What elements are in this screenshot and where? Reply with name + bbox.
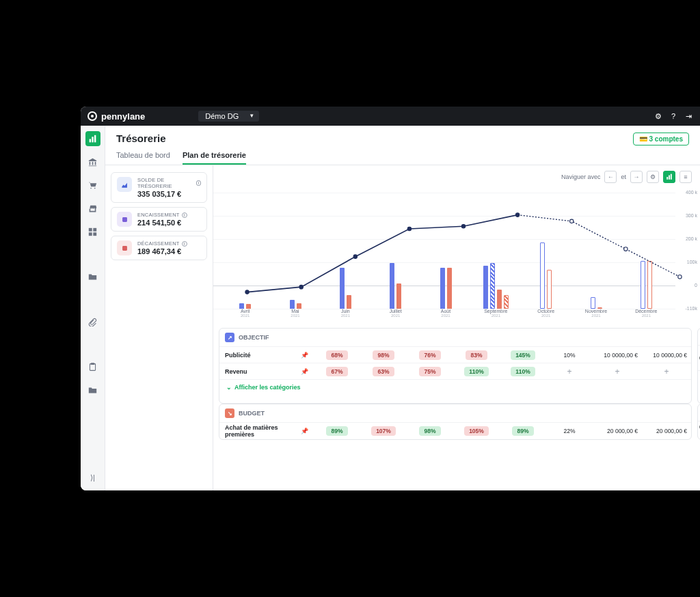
table-row: Publicité📌 68% 98% 76% 83% 145% 10% 10 0… — [219, 346, 691, 363]
x-label: Octobre2021 — [526, 309, 567, 318]
org-selector[interactable]: Démo DG — [198, 111, 259, 122]
pct-pill: 67% — [326, 367, 347, 376]
tabs: Tableau de bord Plan de trésorerie — [105, 145, 700, 165]
amount: 20 000,00 € — [642, 426, 691, 436]
pct-pill: 89% — [512, 426, 533, 436]
svg-rect-0 — [90, 139, 91, 142]
gear-icon[interactable]: ⚙ — [654, 111, 663, 121]
svg-rect-9 — [122, 217, 127, 222]
svg-rect-8 — [91, 363, 94, 364]
pct-pill: 68% — [326, 350, 347, 360]
sidebar-item-folder[interactable] — [85, 269, 100, 284]
sidebar-item-bank[interactable] — [85, 154, 100, 169]
budget-panel: ↘ BUDGET Achat de matières premières📌 89… — [219, 404, 692, 440]
brand: pennylane — [88, 111, 145, 122]
svg-rect-1 — [92, 137, 93, 142]
pin-icon[interactable]: 📌 — [301, 428, 308, 434]
nav-sep: et — [621, 173, 626, 180]
y-tick: 400 k — [686, 190, 697, 195]
sidebar: ⟩| — [81, 126, 105, 490]
pct-pill: 98% — [419, 426, 440, 436]
x-label: Septembre2021 — [475, 309, 516, 318]
brand-name: pennylane — [101, 111, 145, 122]
tab-dashboard[interactable]: Tableau de bord — [116, 151, 170, 165]
logout-icon[interactable]: ⇥ — [684, 111, 693, 121]
budget-future-panel: 0,00 € — [697, 404, 700, 440]
org-name: Démo DG — [205, 112, 239, 120]
chart-icon — [117, 177, 132, 192]
svg-rect-4 — [93, 227, 96, 231]
page-title: Trésorerie — [116, 133, 166, 144]
sidebar-item-folder-2[interactable] — [85, 383, 100, 398]
chart-view-bar-button[interactable] — [663, 171, 675, 183]
pct-pill: 105% — [464, 426, 489, 436]
sidebar-item-tresorerie[interactable] — [85, 131, 100, 146]
kpi-label: DÉCAISSEMENT — [137, 240, 180, 247]
svg-rect-12 — [669, 176, 670, 180]
tab-plan[interactable]: Plan de trésorerie — [183, 151, 246, 165]
pct-pill: 110% — [464, 367, 489, 376]
sidebar-collapse[interactable]: ⟩| — [85, 470, 100, 485]
svg-rect-11 — [667, 177, 668, 180]
chevron-down-icon: ⌄ — [226, 384, 232, 391]
info-icon[interactable]: i — [182, 241, 187, 247]
x-label: Août2021 — [425, 309, 466, 318]
outflow-icon — [117, 240, 132, 255]
x-label: Décembre2021 — [625, 309, 667, 318]
svg-rect-5 — [89, 232, 92, 236]
sidebar-item-grid[interactable] — [85, 224, 100, 239]
pin-icon[interactable]: 📌 — [301, 352, 308, 359]
accounts-label: 3 comptes — [649, 135, 683, 143]
x-label: Mai2021 — [275, 309, 316, 318]
row-label: Revenu — [225, 368, 247, 375]
amount: 10 0000,00 € — [593, 350, 642, 361]
pct-pill: 75% — [419, 367, 440, 376]
pct-pill: 110% — [511, 367, 535, 376]
chart-view-list-button[interactable]: ≡ — [679, 171, 692, 183]
show-categories-button[interactable]: ⌄ Afficher les catégories — [219, 379, 691, 395]
add-button[interactable]: + — [664, 367, 669, 376]
sidebar-item-store[interactable] — [85, 201, 100, 216]
info-icon[interactable]: i — [196, 180, 201, 186]
panel-title: BUDGET — [239, 410, 265, 417]
kpi-outflow: DÉCAISSEMENTi 189 467,34 € — [111, 236, 207, 260]
chart-settings-button[interactable]: ⚙ — [647, 171, 659, 183]
row-label: Achat de matières premières — [225, 424, 301, 438]
kpi-label: SOLDE DE TRÉSORERIE — [137, 177, 194, 189]
add-button[interactable]: + — [567, 367, 571, 376]
target-icon: ↗ — [225, 333, 234, 342]
pct-value: 10% — [558, 350, 580, 360]
sidebar-item-attachment[interactable] — [85, 314, 100, 329]
objectif-panel: ↗ OBJECTIF Publicité📌 68% 98% 76% 83% 1 — [219, 328, 692, 404]
pct-pill: 83% — [466, 350, 487, 360]
kpi-value: 335 035,17 € — [137, 190, 201, 198]
kpi-label: ENCAISSEMENT — [137, 212, 180, 218]
add-button[interactable]: + — [615, 367, 619, 376]
svg-rect-13 — [671, 174, 672, 180]
kpi-panel: SOLDE DE TRÉSORERIEi 335 035,17 € ENCAIS… — [105, 165, 213, 490]
sidebar-item-purchases[interactable] — [85, 178, 100, 193]
chart-controls: Naviguer avec ← et → ⚙ ≡ — [213, 165, 700, 183]
nav-next-button[interactable]: → — [630, 171, 643, 183]
kpi-value: 189 467,34 € — [137, 247, 187, 255]
y-tick: -110k — [685, 306, 697, 311]
row-label: Publicité — [225, 352, 251, 359]
amount: 20 000,00 € — [593, 426, 642, 436]
accounts-button[interactable]: 💳 3 comptes — [633, 133, 689, 145]
accounts-icon: 💳 — [639, 135, 647, 143]
help-icon[interactable]: ? — [669, 111, 678, 121]
nav-prev-button[interactable]: ← — [604, 171, 617, 183]
info-icon[interactable]: i — [182, 212, 187, 218]
table-row: Achat de matières premières📌 89% 107% 98… — [219, 422, 691, 439]
inflow-icon — [117, 212, 132, 227]
panel-title: OBJECTIF — [239, 334, 269, 341]
y-tick: 200 k — [686, 236, 697, 241]
kpi-value: 214 541,50 € — [137, 219, 187, 227]
y-tick: 0 — [695, 283, 697, 288]
table-row: Revenu📌 67% 63% 75% 110% 110% + + + — [219, 363, 691, 379]
kpi-balance: SOLDE DE TRÉSORERIEi 335 035,17 € — [111, 172, 207, 203]
svg-rect-6 — [93, 232, 96, 236]
sidebar-item-clipboard[interactable] — [85, 359, 100, 374]
pin-icon[interactable]: 📌 — [301, 368, 308, 375]
x-label: Novembre2021 — [576, 309, 617, 318]
